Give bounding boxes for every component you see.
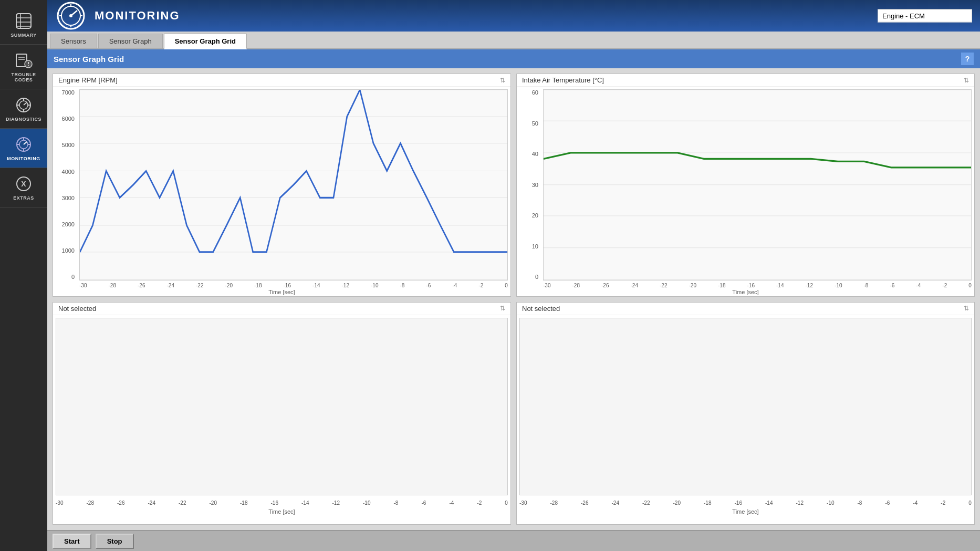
graph-empty1-x-axis: -30-28-26-24-22-20-18-16-14-12-10-8-6-4-…	[56, 500, 508, 506]
sidebar-label-extras: EXTRAS	[13, 195, 34, 201]
graph-rpm-y-axis: 7000 6000 5000 4000 3000 2000 1000 0	[56, 89, 77, 280]
sidebar-item-trouble-codes[interactable]: TROUBLE CODES	[0, 45, 47, 89]
svg-point-8	[28, 65, 29, 66]
graph-rpm-chart	[79, 89, 508, 280]
graph-panel-empty-2: Not selected ⇅ -30-28-26-24-22-20-18-16-…	[516, 302, 975, 525]
tab-sensor-graph[interactable]: Sensor Graph	[98, 34, 163, 48]
sidebar: SUMMARY TROUBLE CODES DIAGNOSTICS	[0, 0, 47, 551]
content-area: Sensor Graph Grid ? Engine RPM [RPM] ⇅ 7…	[47, 49, 980, 530]
graph-temp-title: Intake Air Temperature [°C]	[522, 76, 604, 84]
tab-sensor-graph-grid[interactable]: Sensor Graph Grid	[164, 34, 247, 49]
svg-point-34	[69, 14, 72, 17]
sidebar-item-diagnostics[interactable]: DIAGNOSTICS	[0, 89, 47, 129]
header-logo	[55, 2, 87, 30]
graph-empty2-sort-icon[interactable]: ⇅	[964, 305, 969, 312]
sidebar-label-trouble-codes: TROUBLE CODES	[3, 72, 45, 82]
graph-empty1-sort-icon[interactable]: ⇅	[500, 305, 505, 312]
graph-temp-body: 60 50 40 30 20 10 0	[517, 87, 974, 296]
bottom-bar: Start Stop	[47, 530, 980, 551]
graph-rpm-x-axis: -30 -28 -26 -24 -22 -20 -18 -16 -14 -12 …	[79, 283, 508, 288]
graph-empty1-header: Not selected ⇅	[53, 303, 510, 315]
main-content: MONITORING Engine - ECM Sensors Sensor G…	[47, 0, 980, 551]
section-header: Sensor Graph Grid ?	[47, 49, 980, 68]
graph-temp-x-axis: -30 -28 -26 -24 -22 -20 -18 -16 -14 -12 …	[543, 283, 972, 288]
graph-empty1-x-label: Time [sec]	[268, 508, 295, 515]
graph-panel-temp: Intake Air Temperature [°C] ⇅ 60 50 40 3…	[516, 74, 975, 297]
section-title: Sensor Graph Grid	[54, 55, 124, 64]
graph-temp-sort-icon[interactable]: ⇅	[964, 77, 969, 84]
sidebar-label-summary: SUMMARY	[11, 33, 37, 38]
sidebar-item-summary[interactable]: SUMMARY	[0, 5, 47, 45]
tab-sensors[interactable]: Sensors	[50, 34, 97, 48]
graph-temp-chart	[543, 89, 972, 280]
graph-rpm-body: 7000 6000 5000 4000 3000 2000 1000 0	[53, 87, 510, 296]
graph-empty1-chart-area	[56, 318, 508, 496]
sidebar-item-monitoring[interactable]: MONITORING	[0, 129, 47, 168]
help-button[interactable]: ?	[961, 53, 974, 65]
graph-grid: Engine RPM [RPM] ⇅ 7000 6000 5000 4000 3…	[47, 68, 980, 530]
graph-temp-x-label: Time [sec]	[732, 289, 758, 295]
graph-empty2-x-axis: -30-28-26-24-22-20-18-16-14-12-10-8-6-4-…	[519, 500, 972, 506]
tabs-bar: Sensors Sensor Graph Sensor Graph Grid	[47, 32, 980, 49]
sidebar-label-diagnostics: DIAGNOSTICS	[6, 117, 41, 122]
sidebar-item-extras[interactable]: X EXTRAS	[0, 168, 47, 207]
sidebar-label-monitoring: MONITORING	[7, 156, 40, 161]
header-title: MONITORING	[95, 9, 180, 23]
graph-empty2-x-label: Time [sec]	[732, 508, 758, 515]
stop-button[interactable]: Stop	[96, 534, 134, 549]
start-button[interactable]: Start	[53, 534, 91, 549]
graph-rpm-title: Engine RPM [RPM]	[58, 76, 118, 84]
svg-line-17	[24, 102, 27, 105]
graph-panel-empty-1: Not selected ⇅ -30-28-26-24-22-20-18-16-…	[53, 302, 511, 525]
graph-empty1-title: Not selected	[58, 305, 96, 313]
graph-temp-y-axis: 60 50 40 30 20 10 0	[519, 89, 540, 280]
header: MONITORING Engine - ECM	[47, 0, 980, 32]
graph-empty2-chart-area	[519, 318, 972, 496]
svg-text:X: X	[21, 180, 26, 188]
graph-rpm-sort-icon[interactable]: ⇅	[500, 77, 505, 84]
graph-temp-header: Intake Air Temperature [°C] ⇅	[517, 74, 974, 87]
graph-empty2-title: Not selected	[522, 305, 560, 313]
engine-dropdown[interactable]: Engine - ECM	[878, 9, 972, 23]
graph-panel-rpm: Engine RPM [RPM] ⇅ 7000 6000 5000 4000 3…	[53, 74, 511, 297]
graph-rpm-x-label: Time [sec]	[268, 289, 295, 295]
svg-line-24	[24, 142, 27, 144]
graph-empty2-header: Not selected ⇅	[517, 303, 974, 315]
graph-rpm-header: Engine RPM [RPM] ⇅	[53, 74, 510, 87]
